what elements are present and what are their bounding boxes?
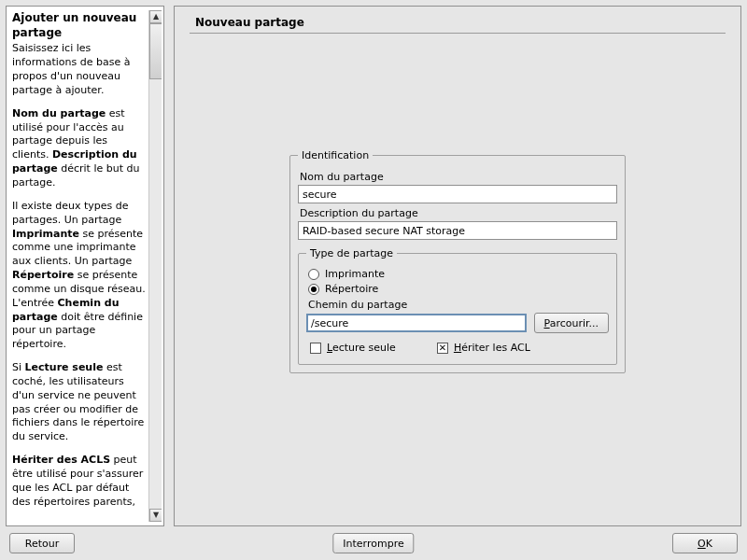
identification-group: Identification Nom du partage Descriptio… xyxy=(289,149,626,373)
share-desc-label: Description du partage xyxy=(300,207,617,219)
inherit-acl-label: Hériter les ACL xyxy=(454,342,530,354)
back-button[interactable]: Retour xyxy=(9,533,75,553)
browse-button[interactable]: Parcourir... xyxy=(534,313,610,333)
readonly-checkbox-row[interactable]: Lecture seule xyxy=(310,342,396,354)
help-panel: Ajouter un nouveau partage Saisissez ici… xyxy=(6,6,164,526)
ok-button[interactable]: OK xyxy=(672,533,738,553)
share-path-input[interactable] xyxy=(306,314,527,332)
form-area: Identification Nom du partage Descriptio… xyxy=(289,149,626,383)
radio-directory[interactable] xyxy=(308,284,319,295)
help-term-name: Nom du partage xyxy=(12,107,106,119)
button-bar: Retour Interrompre OK xyxy=(0,532,747,560)
scroll-down-icon[interactable]: ▼ xyxy=(149,509,162,522)
share-name-input[interactable] xyxy=(298,185,617,203)
readonly-checkbox[interactable] xyxy=(310,343,321,354)
scroll-up-icon[interactable]: ▲ xyxy=(149,10,162,23)
radio-printer-label: Imprimante xyxy=(325,268,385,280)
help-term-readonly: Lecture seule xyxy=(25,361,104,373)
share-path-label: Chemin du partage xyxy=(308,299,609,311)
main-panel: Nouveau partage Identification Nom du pa… xyxy=(174,6,741,526)
help-scrollbar[interactable]: ▲ ▼ xyxy=(148,10,162,522)
identification-legend: Identification xyxy=(298,149,373,161)
radio-directory-label: Répertoire xyxy=(325,283,378,295)
share-type-group: Type de partage Imprimante Répertoire Ch… xyxy=(298,247,617,365)
share-desc-input[interactable] xyxy=(298,221,617,240)
radio-printer-row[interactable]: Imprimante xyxy=(308,268,607,280)
scroll-thumb[interactable] xyxy=(149,23,162,79)
page-title: Nouveau partage xyxy=(190,16,726,33)
help-intro: Saisissez ici les informations de base à… xyxy=(12,42,130,96)
inherit-acl-checkbox-row[interactable]: ✕ Hériter les ACL xyxy=(437,342,530,354)
share-type-legend: Type de partage xyxy=(306,247,397,259)
help-title: Ajouter un nouveau partage xyxy=(12,10,147,40)
radio-directory-row[interactable]: Répertoire xyxy=(308,283,607,295)
radio-printer[interactable] xyxy=(308,269,319,280)
help-text: Ajouter un nouveau partage Saisissez ici… xyxy=(12,10,148,522)
scroll-track[interactable] xyxy=(149,23,162,509)
title-divider xyxy=(190,33,726,34)
help-term-printer: Imprimante xyxy=(12,228,79,240)
help-term-directory: Répertoire xyxy=(12,269,74,281)
inherit-acl-checkbox[interactable]: ✕ xyxy=(437,343,448,354)
help-term-acl: Hériter des ACLS xyxy=(12,454,110,466)
abort-button[interactable]: Interrompre xyxy=(332,533,414,553)
readonly-label: Lecture seule xyxy=(327,342,396,354)
share-name-label: Nom du partage xyxy=(300,171,617,183)
